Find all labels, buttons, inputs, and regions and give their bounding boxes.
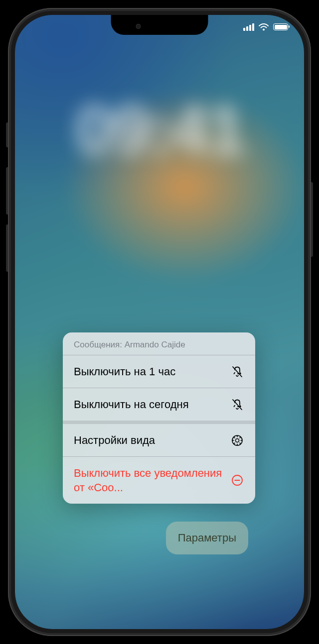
turn-off-all-item[interactable]: Выключить все уведомления от «Соо... <box>63 456 255 504</box>
svg-line-9 <box>240 442 241 444</box>
phone-screen: 09:41 Сообщения: Armando Cajide Выключит… <box>15 15 304 629</box>
minus-circle-icon <box>230 473 244 487</box>
phone-frame: 09:41 Сообщения: Armando Cajide Выключит… <box>8 8 311 636</box>
gear-icon <box>230 433 244 447</box>
mute-today-item[interactable]: Выключить на сегодня <box>63 388 255 421</box>
bell-slash-icon <box>230 398 244 412</box>
menu-item-label: Выключить на сегодня <box>74 397 223 412</box>
menu-item-label: Выключить на 1 час <box>74 364 223 379</box>
notch <box>111 15 208 35</box>
svg-line-8 <box>234 437 235 438</box>
menu-item-label: Выключить все уведомления от «Соо... <box>74 466 223 495</box>
lock-screen-time: 09:41 <box>75 90 244 170</box>
mute-one-hour-item[interactable]: Выключить на 1 час <box>63 355 255 388</box>
cellular-signal-icon <box>243 23 254 31</box>
menu-header: Сообщения: Armando Cajide <box>63 332 255 355</box>
svg-line-10 <box>234 442 235 444</box>
svg-line-11 <box>240 437 241 438</box>
bell-slash-icon <box>230 365 244 379</box>
svg-line-1 <box>233 400 242 410</box>
power-button <box>311 182 313 257</box>
menu-item-label: Настройки вида <box>74 433 223 447</box>
wifi-icon <box>258 23 269 31</box>
svg-line-0 <box>233 367 242 377</box>
svg-point-3 <box>236 438 239 442</box>
options-button[interactable]: Параметры <box>166 522 248 554</box>
view-settings-item[interactable]: Настройки вида <box>63 421 255 456</box>
battery-icon <box>273 23 288 30</box>
options-button-label: Параметры <box>178 532 236 544</box>
notification-options-menu: Сообщения: Armando Cajide Выключить на 1… <box>63 332 255 504</box>
status-bar <box>243 23 288 31</box>
